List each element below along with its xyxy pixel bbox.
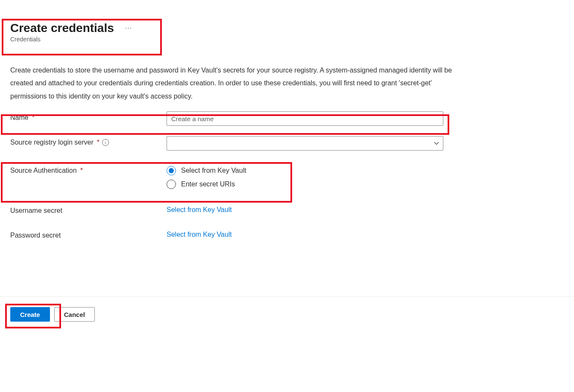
required-indicator: *	[32, 114, 35, 122]
name-row: Name *	[10, 111, 564, 126]
radio-label-uris: Enter secret URIs	[181, 180, 235, 188]
create-button[interactable]: Create	[10, 307, 50, 322]
radio-enter-secret-uris[interactable]: Enter secret URIs	[167, 180, 443, 189]
password-secret-label: Password secret	[10, 229, 167, 239]
source-registry-row: Source registry login server * i	[10, 136, 564, 151]
source-auth-radio-group: Select from Key Vault Enter secret URIs	[167, 164, 443, 189]
name-input[interactable]	[167, 111, 443, 126]
password-secret-link[interactable]: Select from Key Vault	[167, 229, 232, 238]
radio-icon	[167, 180, 176, 189]
page-title: Create credentials	[10, 21, 114, 35]
source-registry-label: Source registry login server * i	[10, 136, 167, 146]
required-indicator: *	[97, 139, 100, 146]
name-label: Name *	[10, 111, 167, 122]
name-label-text: Name	[10, 114, 29, 122]
page-description: Create credentials to store the username…	[0, 47, 478, 111]
source-auth-label: Source Authentication *	[10, 164, 167, 174]
source-auth-row: Source Authentication * Select from Key …	[10, 164, 564, 189]
page-subtitle: Credentials	[10, 36, 564, 43]
more-actions-button[interactable]: ···	[123, 23, 135, 33]
page-header: Create credentials ··· Credentials	[0, 0, 574, 47]
required-indicator: *	[80, 167, 83, 174]
username-secret-row: Username secret Select from Key Vault	[10, 204, 564, 219]
source-registry-label-text: Source registry login server	[10, 139, 94, 146]
info-icon[interactable]: i	[102, 139, 109, 146]
radio-icon	[167, 166, 176, 175]
password-secret-label-text: Password secret	[10, 232, 61, 239]
radio-select-key-vault[interactable]: Select from Key Vault	[167, 166, 443, 175]
radio-label-key-vault: Select from Key Vault	[181, 167, 246, 174]
source-registry-select[interactable]	[167, 136, 443, 151]
username-secret-label-text: Username secret	[10, 207, 62, 215]
footer-actions: Create Cancel	[0, 296, 574, 332]
password-secret-row: Password secret Select from Key Vault	[10, 229, 564, 244]
username-secret-link[interactable]: Select from Key Vault	[167, 204, 232, 214]
cancel-button[interactable]: Cancel	[54, 307, 95, 322]
source-auth-label-text: Source Authentication	[10, 167, 77, 174]
credentials-form: Name * Source registry login server * i	[0, 111, 574, 244]
username-secret-label: Username secret	[10, 204, 167, 215]
